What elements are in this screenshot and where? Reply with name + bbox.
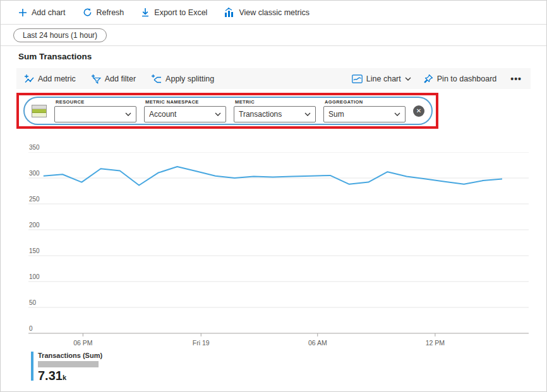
chevron-down-icon [405, 77, 411, 81]
apply-splitting-icon [151, 74, 162, 84]
aggregation-group: AGGREGATION Sum [323, 99, 406, 122]
resource-group: RESOURCE [54, 99, 136, 122]
apply-splitting-button[interactable]: Apply splitting [151, 74, 214, 84]
y-axis-tick-label: 50 [29, 299, 36, 306]
line-chart-icon [352, 74, 363, 83]
chevron-down-icon [125, 112, 131, 116]
refresh-button[interactable]: Refresh [83, 8, 124, 17]
y-axis-tick-label: 100 [29, 273, 40, 280]
export-excel-button[interactable]: Export to Excel [141, 8, 207, 17]
y-axis-tick-label: 350 [29, 144, 40, 151]
namespace-label: METRIC NAMESPACE [145, 99, 226, 105]
add-metric-icon [24, 74, 34, 84]
pin-icon [424, 74, 433, 83]
time-range-picker[interactable]: Last 24 hours (1 hour) [13, 28, 107, 42]
metric-dropdown[interactable]: Transactions [234, 106, 316, 122]
y-axis-tick-label: 0 [29, 325, 33, 332]
y-axis-tick-label: 250 [29, 196, 40, 203]
x-axis-tick-label: 06 PM [64, 339, 102, 347]
x-axis-tick-label: 06 AM [299, 339, 337, 347]
transactions-line-series [44, 167, 502, 186]
legend-body: Transactions (Sum) 7.31k [38, 352, 102, 383]
resource-dropdown[interactable] [54, 106, 136, 122]
add-chart-button[interactable]: Add chart [18, 8, 66, 17]
more-options-button[interactable]: ••• [509, 74, 523, 84]
bar-chart-icon [224, 8, 234, 17]
metric-label: METRIC [235, 99, 316, 105]
chevron-down-icon [215, 112, 221, 116]
add-metric-label: Add metric [38, 74, 76, 83]
aggregation-dropdown[interactable]: Sum [323, 106, 406, 122]
chart-toolbar-right: Line chart Pin to dashboard ••• [352, 74, 523, 84]
refresh-icon [83, 8, 92, 17]
chart-type-dropdown[interactable]: Line chart [352, 74, 411, 83]
metric-value: Transactions [239, 110, 304, 119]
y-axis-tick-label: 300 [29, 170, 40, 177]
metric-group: METRIC Transactions [234, 99, 316, 122]
apply-splitting-label: Apply splitting [165, 74, 214, 83]
pin-to-dashboard-label: Pin to dashboard [437, 74, 497, 83]
y-axis-tick-label: 200 [29, 222, 40, 229]
namespace-value: Account [149, 110, 215, 119]
chart-type-label: Line chart [366, 74, 401, 83]
legend-total-value: 7.31k [38, 369, 102, 383]
y-axis-tick-label: 150 [29, 247, 40, 254]
top-toolbar: Add chart Refresh Export to Excel [1, 1, 546, 25]
chart-title: Sum Transactions [18, 52, 92, 61]
legend-total-number: 7.31 [38, 369, 63, 383]
storage-account-icon [32, 105, 47, 117]
metrics-line-chart: 05010015020025030035006 PMFri 1906 AM12 … [1, 143, 547, 351]
namespace-group: METRIC NAMESPACE Account [144, 99, 226, 122]
add-metric-button[interactable]: Add metric [24, 74, 76, 84]
download-icon [141, 8, 150, 17]
metric-selector-highlight: RESOURCE METRIC NAMESPACE Account [16, 93, 438, 129]
azure-metrics-page: Add chart Refresh Export to Excel [0, 0, 547, 392]
aggregation-label: AGGREGATION [325, 99, 406, 105]
redacted-legend-scope [38, 361, 99, 367]
add-filter-button[interactable]: Add filter [91, 74, 136, 84]
legend-color-bar [31, 352, 33, 381]
add-filter-label: Add filter [105, 74, 136, 83]
chevron-down-icon [304, 112, 311, 116]
chart-plot-area [28, 152, 529, 339]
view-classic-metrics-label: View classic metrics [239, 8, 310, 17]
x-axis-tick-label: 12 PM [416, 339, 454, 347]
plus-icon [18, 8, 27, 17]
add-filter-icon [91, 74, 101, 84]
remove-metric-button[interactable]: ✕ [413, 105, 424, 117]
chart-toolbar-left: Add metric Add filter Apply splitting [24, 74, 214, 84]
view-classic-metrics-button[interactable]: View classic metrics [224, 8, 310, 17]
aggregation-value: Sum [328, 110, 394, 119]
chart-legend[interactable]: Transactions (Sum) 7.31k [31, 352, 102, 383]
export-excel-label: Export to Excel [154, 8, 207, 17]
resource-label: RESOURCE [56, 99, 136, 105]
legend-total-unit: k [63, 374, 66, 381]
metric-selector-pill: RESOURCE METRIC NAMESPACE Account [23, 97, 433, 125]
namespace-dropdown[interactable]: Account [144, 106, 226, 122]
chart-toolbar: Add metric Add filter Apply splitting [16, 68, 531, 89]
time-range-row: Last 24 hours (1 hour) [1, 25, 546, 46]
add-chart-label: Add chart [32, 8, 66, 17]
legend-series-name: Transactions (Sum) [38, 352, 102, 359]
chevron-down-icon [394, 112, 400, 116]
pin-to-dashboard-button[interactable]: Pin to dashboard [424, 74, 497, 83]
refresh-label: Refresh [97, 8, 124, 17]
x-axis-tick-label: Fri 19 [182, 339, 220, 347]
